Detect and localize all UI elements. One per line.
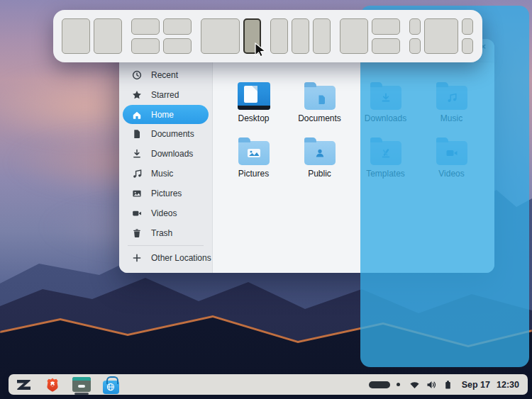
clock[interactable]: Sep 17 12:30 — [462, 380, 519, 390]
layout-grid-four-quadrants[interactable] — [131, 18, 192, 54]
sidebar-separator — [128, 245, 204, 246]
brave-browser-button[interactable] — [43, 375, 62, 395]
sidebar-item-label: Downloads — [151, 149, 193, 159]
tray-date: Sep 17 — [462, 380, 490, 390]
status-pill[interactable] — [369, 381, 390, 388]
tile-right-top[interactable] — [462, 18, 473, 35]
taskbar: Sep 17 12:30 — [9, 374, 528, 395]
sidebar-item-documents[interactable]: Documents — [119, 124, 212, 144]
layout-left-half-right-stacked[interactable] — [340, 18, 400, 54]
tile-col-2[interactable] — [292, 18, 309, 54]
sidebar-item-label: Starred — [151, 90, 179, 100]
file-label: Pictures — [238, 169, 269, 179]
star-icon — [132, 90, 142, 100]
document-icon — [132, 129, 142, 139]
sidebar-item-label: Trash — [151, 228, 172, 238]
clock-icon — [132, 70, 142, 80]
tile-right-half[interactable] — [94, 18, 122, 54]
tray-time: 12:30 — [497, 380, 519, 390]
file-manager-button[interactable] — [72, 375, 92, 395]
plus-icon — [132, 253, 142, 263]
tile-bottom-left[interactable] — [131, 38, 160, 55]
sidebar-item-label: Videos — [151, 208, 177, 218]
file-item-public[interactable]: Public — [287, 130, 353, 185]
file-label: Public — [308, 169, 331, 179]
tile-bottom-right[interactable] — [163, 38, 192, 55]
software-store-icon — [103, 381, 119, 394]
sidebar-item-recent[interactable]: Recent — [119, 65, 212, 85]
sidebar-item-starred[interactable]: Starred — [119, 85, 212, 105]
file-label: Documents — [298, 113, 341, 123]
file-item-documents[interactable]: Documents — [287, 74, 353, 130]
pictures-folder-icon — [238, 141, 270, 165]
trash-icon — [132, 228, 142, 238]
desktop-folder-icon — [238, 82, 270, 110]
tile-center-wide[interactable] — [424, 18, 458, 54]
sidebar-item-label: Pictures — [151, 189, 182, 198]
file-item-pictures[interactable]: Pictures — [221, 130, 287, 185]
public-folder-icon — [304, 141, 336, 165]
sidebar-item-label: Recent — [151, 70, 178, 80]
layout-split-two-columns[interactable] — [62, 18, 122, 54]
zorin-logo-icon — [14, 376, 33, 394]
tile-right-bottom[interactable] — [462, 38, 473, 55]
tile-top-left[interactable] — [131, 18, 160, 35]
sidebar-item-videos[interactable]: Videos — [119, 203, 212, 223]
tile-left-half[interactable] — [340, 18, 368, 54]
sidebar-item-other-locations[interactable]: Other Locations — [119, 248, 212, 268]
tile-top-right[interactable] — [163, 18, 192, 35]
system-tray: Sep 17 12:30 — [369, 380, 528, 390]
tile-left-half[interactable] — [62, 18, 90, 54]
taskbar-apps — [9, 375, 121, 395]
download-icon — [132, 149, 142, 159]
brave-browser-icon — [44, 376, 61, 393]
sidebar-item-label: Documents — [151, 129, 194, 139]
layout-center-wide-side-stacked[interactable] — [409, 18, 473, 54]
mouse-cursor — [253, 43, 268, 60]
sidebar-item-label: Other Locations — [151, 253, 211, 263]
sidebar-item-pictures[interactable]: Pictures — [119, 184, 212, 203]
zorin-menu-button[interactable] — [13, 375, 33, 395]
sidebar: Recent Starred Home Documents Downloads … — [119, 62, 213, 273]
tile-main-left[interactable] — [201, 18, 240, 54]
desktop-screen: × Recent Starred Home Documents Download… — [0, 0, 532, 399]
software-store-button[interactable] — [101, 375, 121, 395]
tile-left-top[interactable] — [409, 18, 421, 35]
layout-three-columns[interactable] — [270, 18, 331, 54]
file-label: Desktop — [238, 113, 269, 123]
music-note-icon — [132, 169, 142, 179]
video-camera-icon — [132, 208, 142, 218]
file-item-desktop[interactable]: Desktop — [221, 74, 287, 130]
tile-right-top[interactable] — [372, 18, 400, 35]
volume-icon[interactable] — [426, 380, 437, 390]
sidebar-item-music[interactable]: Music — [119, 164, 212, 184]
sidebar-item-label: Music — [151, 169, 173, 179]
tile-col-3[interactable] — [313, 18, 331, 54]
file-manager-icon — [72, 377, 91, 392]
tile-left-bottom[interactable] — [409, 38, 421, 55]
sidebar-item-trash[interactable]: Trash — [119, 223, 212, 243]
documents-folder-icon — [304, 86, 336, 110]
notification-dot-icon — [397, 383, 400, 386]
tile-right-bottom[interactable] — [372, 38, 400, 55]
wifi-icon[interactable] — [409, 380, 420, 390]
sidebar-item-home[interactable]: Home — [123, 105, 209, 124]
image-icon — [132, 189, 142, 198]
home-icon — [132, 110, 142, 120]
tile-col-1[interactable] — [270, 18, 288, 54]
battery-icon[interactable] — [443, 380, 453, 390]
sidebar-item-downloads[interactable]: Downloads — [119, 144, 212, 164]
sidebar-item-label: Home — [151, 110, 174, 120]
